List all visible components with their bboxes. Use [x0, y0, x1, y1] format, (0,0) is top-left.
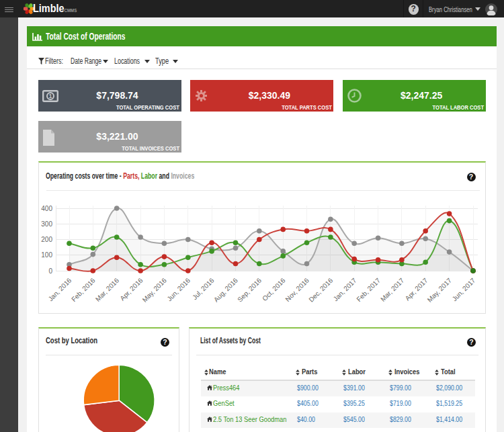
- svg-text:Sep, 2016: Sep, 2016: [236, 276, 263, 303]
- svg-text:300: 300: [41, 220, 52, 228]
- svg-text:Mar, 2017: Mar, 2017: [379, 276, 406, 303]
- svg-text:200: 200: [41, 236, 52, 243]
- svg-text:1: 1: [48, 93, 52, 99]
- svg-text:Jun, 2016: Jun, 2016: [165, 276, 192, 302]
- svg-text:Feb, 2016: Feb, 2016: [70, 276, 97, 303]
- svg-text:100: 100: [41, 251, 52, 259]
- svg-text:Nov, 2016: Nov, 2016: [284, 276, 310, 303]
- svg-text:May, 2016: May, 2016: [141, 276, 169, 304]
- svg-text:Jul, 2016: Jul, 2016: [191, 276, 216, 301]
- svg-text:Jun, 2017: Jun, 2017: [451, 276, 477, 302]
- svg-text:0: 0: [48, 267, 52, 275]
- svg-text:Aug, 2016: Aug, 2016: [212, 276, 239, 303]
- svg-text:Jan, 2016: Jan, 2016: [47, 276, 73, 302]
- svg-text:400: 400: [41, 205, 52, 212]
- svg-text:Jan, 2017: Jan, 2017: [332, 276, 358, 302]
- svg-text:Mar, 2016: Mar, 2016: [94, 276, 121, 303]
- svg-text:Feb, 2017: Feb, 2017: [355, 276, 382, 303]
- svg-text:Oct, 2016: Oct, 2016: [261, 276, 287, 302]
- svg-text:Dec, 2016: Dec, 2016: [307, 276, 334, 303]
- svg-text:May, 2017: May, 2017: [426, 276, 454, 304]
